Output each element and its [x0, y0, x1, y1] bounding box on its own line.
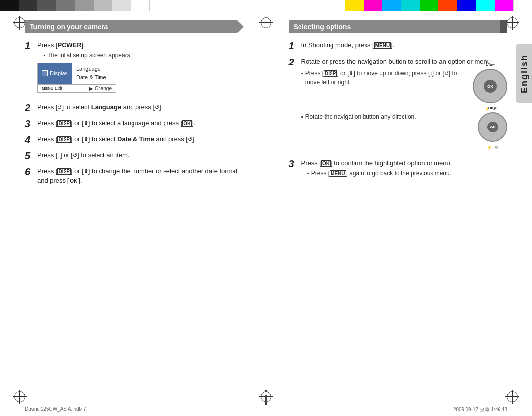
disp-label-2: DISP — [488, 106, 498, 110]
camera-menu-options: Language Date & Time — [72, 63, 116, 84]
right-step-2-content: Rotate or press the navigation button to… — [301, 57, 508, 148]
disp-label-1: DISP — [486, 63, 495, 67]
right-step-1: 1 In Shooting mode, press [MENU]. — [289, 40, 508, 52]
right-step-3-bullet-text: Press [MENU] again to go back to the pre… — [311, 170, 451, 177]
step-6-content: Press [DISP] or [⬇] to change the number… — [37, 166, 244, 187]
wheel-block-1: Press [DISP] or [⬇] to move up or down; … — [301, 69, 508, 103]
swatch-gray1 — [37, 0, 56, 11]
step-4: 4 Press [DISP] or [⬇] to select Date & T… — [25, 134, 244, 146]
swatch-gray4 — [94, 0, 112, 11]
step-2-text: Press [↺] to select Language and press [… — [37, 102, 244, 112]
camera-option-datetime: Date & Time — [76, 73, 112, 82]
wheel-block-1-text: Press [DISP] or [⬇] to move up or down; … — [301, 69, 468, 89]
swatch-gray2 — [56, 0, 75, 11]
left-section-header: Turning on your camera — [25, 20, 244, 33]
right-step-3-bullet: Press [MENU] again to go back to the pre… — [307, 170, 508, 177]
swatch-blue1 — [382, 0, 401, 11]
camera-option-language: Language — [76, 65, 112, 74]
swatch-white2 — [513, 0, 532, 11]
step-3: 3 Press [DISP] or [⬇] to select a langua… — [25, 118, 244, 129]
step-4-number: 4 — [25, 134, 33, 145]
swatch-green — [420, 0, 438, 11]
nav-wheel-2-center: OK — [487, 122, 498, 132]
nav-wheel-1: OK — [473, 69, 507, 103]
step-3-content: Press [DISP] or [⬇] to select a language… — [37, 118, 244, 129]
swatch-cyan1 — [401, 0, 420, 11]
camera-menu-item: Display — [38, 63, 72, 84]
step-3-number: 3 — [25, 118, 33, 129]
page-footer: Davinci125UW_ASIA.indb 7 2009-09-17 오후 1… — [25, 404, 507, 413]
wheel-bullet-1: Press [DISP] or [⬇] to move up or down; … — [301, 69, 468, 87]
camera-display-mockup: Display Language Date & Time MENU Exit ▶… — [37, 63, 116, 93]
right-step-3-content: Press [OK] to confirm the highlighted op… — [301, 159, 508, 179]
section-square-icon — [500, 20, 507, 33]
step-1-bullet-text: The intial setup screen appears. — [47, 52, 132, 59]
swatch-gray5 — [112, 0, 131, 11]
camera-menu-item-label: Display — [50, 70, 67, 76]
step-5: 5 Press [↓] or [↺] to select an item. — [25, 150, 244, 161]
wheel-block-2: Rotate the navigation button any directi… — [301, 112, 508, 142]
right-step-3-text: Press [OK] to confirm the highlighted op… — [301, 159, 508, 168]
crosshair-bottomleft — [13, 390, 27, 404]
step-5-content: Press [↓] or [↺] to select an item. — [37, 150, 244, 161]
language-side-tab: English — [516, 44, 532, 103]
wheel-bullet-2-text: Rotate the navigation button any directi… — [305, 112, 416, 121]
wheel-bullet-2: Rotate the navigation button any directi… — [301, 112, 473, 121]
main-content: Turning on your camera 1 Press [POWER]. … — [25, 20, 507, 391]
nav-bottom-label-2: ⚡ ↺ — [487, 145, 498, 150]
step-2-content: Press [↺] to select Language and press [… — [37, 102, 244, 114]
right-step-1-content: In Shooting mode, press [MENU]. — [301, 40, 508, 52]
color-swatches — [345, 0, 532, 11]
right-column: Selecting options 1 In Shooting mode, pr… — [281, 20, 508, 391]
step-1: 1 Press [POWER]. The intial setup screen… — [25, 40, 244, 97]
right-section-header: Selecting options — [289, 20, 508, 33]
wheel-bullet-1-text: Press [DISP] or [⬇] to move up or down; … — [305, 69, 468, 87]
top-color-bar — [0, 0, 532, 11]
camera-menu-icon — [42, 70, 48, 76]
swatch-black1 — [0, 0, 19, 11]
crosshair-topright — [505, 16, 519, 30]
step-5-number: 5 — [25, 150, 33, 161]
swatch-magenta — [364, 0, 382, 11]
swatch-white — [131, 0, 150, 11]
nav-wheel-1-center: OK — [484, 80, 497, 93]
step-1-number: 1 — [25, 40, 33, 51]
camera-footer-exit: MENU Exit — [42, 86, 62, 91]
step-6: 6 Press [DISP] or [⬇] to change the numb… — [25, 166, 244, 187]
footer-right: 2009-09-17 오후 1:46:48 — [453, 406, 507, 413]
footer-left: Davinci125UW_ASIA.indb 7 — [25, 406, 86, 413]
step-6-text: Press [DISP] or [⬇] to change the number… — [37, 166, 244, 186]
wheel-diagram-2: DISP OK ⚡ ↺ — [478, 112, 507, 142]
crosshair-bottomright — [505, 390, 519, 404]
section-arrow-icon — [237, 20, 244, 33]
wheel-block-2-text: Rotate the navigation button any directi… — [301, 112, 473, 124]
right-step-2: 2 Rotate or press the navigation button … — [289, 57, 508, 148]
right-section-title: Selecting options — [289, 20, 501, 33]
left-column: Turning on your camera 1 Press [POWER]. … — [25, 20, 251, 391]
step-6-number: 6 — [25, 166, 33, 177]
nav-wheel-2: OK — [478, 112, 507, 142]
column-divider — [266, 20, 266, 391]
step-1-bullet: The intial setup screen appears. — [43, 52, 244, 59]
language-label: English — [519, 54, 530, 93]
swatch-cyan2 — [476, 0, 495, 11]
wheel-diagram-1: DISP OK ⚡ ↺ — [473, 69, 507, 103]
step-1-text: Press [POWER]. — [37, 40, 244, 50]
step-4-text: Press [DISP] or [⬇] to select Date & Tim… — [37, 134, 244, 144]
step-5-text: Press [↓] or [↺] to select an item. — [37, 150, 244, 160]
right-step-1-number: 1 — [289, 40, 298, 51]
swatch-yellow — [345, 0, 364, 11]
camera-footer: MENU Exit ▶ Change — [38, 84, 116, 92]
left-section-title: Turning on your camera — [25, 20, 237, 33]
right-step-2-number: 2 — [289, 57, 298, 67]
step-3-text: Press [DISP] or [⬇] to select a language… — [37, 118, 244, 128]
camera-footer-change: ▶ Change — [89, 86, 112, 91]
swatch-blue2 — [457, 0, 476, 11]
swatch-magenta2 — [495, 0, 513, 11]
swatch-gray3 — [75, 0, 94, 11]
right-step-1-text: In Shooting mode, press [MENU]. — [301, 40, 508, 50]
swatch-black2 — [19, 0, 37, 11]
step-4-content: Press [DISP] or [⬇] to select Date & Tim… — [37, 134, 244, 146]
swatch-orange — [438, 0, 457, 11]
step-1-content: Press [POWER]. The intial setup screen a… — [37, 40, 244, 97]
